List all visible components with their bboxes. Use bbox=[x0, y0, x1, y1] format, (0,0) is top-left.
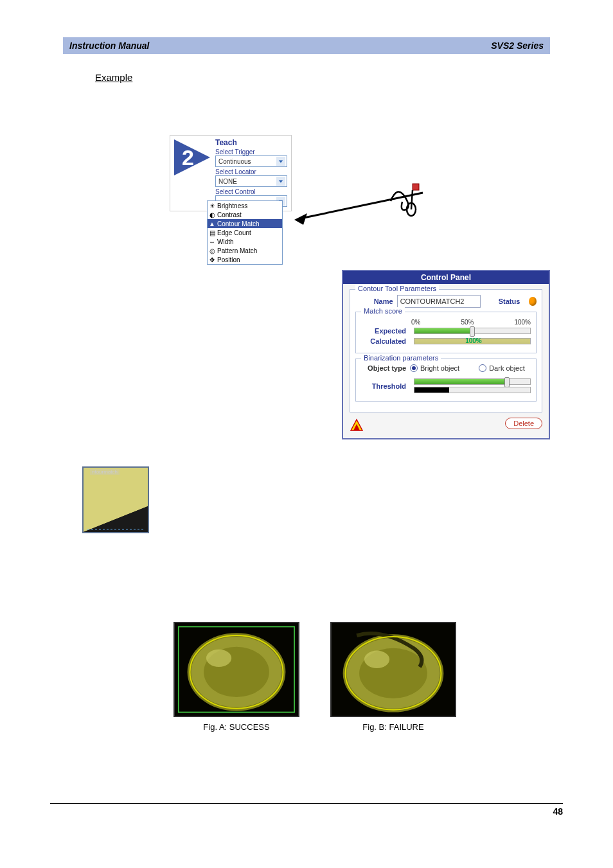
tool-contour-match[interactable]: ▲Contour Match bbox=[208, 219, 282, 228]
teach-title: Teach bbox=[215, 138, 287, 147]
threshold-label: Threshold bbox=[361, 382, 406, 390]
scale-row: 0% 50% 100% bbox=[411, 319, 531, 326]
label-locator: Select Locator bbox=[215, 168, 287, 175]
control-panel-title: Control Panel bbox=[343, 271, 549, 284]
locator-value: NONE bbox=[218, 178, 237, 185]
pattern-icon: ◎ bbox=[209, 247, 215, 254]
calculated-label: Calculated bbox=[361, 337, 406, 345]
locator-select[interactable]: NONE bbox=[215, 175, 287, 187]
tool-dropdown[interactable]: ☀Brightness ◐Contrast ▲Contour Match ▤Ed… bbox=[207, 200, 283, 265]
figure-b: Fig. B: FAILURE bbox=[330, 622, 456, 732]
svg-line-8 bbox=[411, 190, 413, 209]
section-title: Example bbox=[95, 72, 600, 83]
binarization-group: Binarization parameters Object type Brig… bbox=[355, 359, 537, 402]
thumbnail-label: ntourmatch bbox=[90, 469, 120, 475]
label-trigger: Select Trigger bbox=[215, 148, 287, 155]
status-indicator-icon bbox=[529, 297, 537, 306]
name-label: Name bbox=[355, 297, 393, 305]
name-input[interactable] bbox=[397, 295, 481, 308]
expected-slider[interactable] bbox=[414, 328, 531, 334]
chevron-down-icon bbox=[276, 177, 285, 186]
tool-edge-count[interactable]: ▤Edge Count bbox=[208, 228, 282, 237]
sun-icon: ☀ bbox=[209, 202, 215, 209]
calculated-value: 100% bbox=[465, 337, 482, 344]
trigger-value: Continuous bbox=[218, 158, 251, 165]
contrast-icon: ◐ bbox=[209, 211, 215, 218]
figure-row: Fig. A: SUCCESS Fig. B: FAILURE bbox=[173, 622, 456, 732]
figure-a-caption: Fig. A: SUCCESS bbox=[173, 722, 299, 732]
svg-rect-7 bbox=[413, 184, 419, 190]
binarization-legend: Binarization parameters bbox=[361, 354, 441, 362]
slider-handle-icon[interactable] bbox=[504, 377, 510, 387]
svg-point-19 bbox=[206, 650, 231, 667]
tool-width[interactable]: ↔Width bbox=[208, 237, 282, 246]
figure-b-caption: Fig. B: FAILURE bbox=[330, 722, 456, 732]
control-panel: Control Panel Contour Tool Parameters Na… bbox=[342, 270, 550, 439]
knot-sample-icon bbox=[384, 179, 436, 217]
figure-a-image bbox=[173, 622, 299, 717]
svg-marker-3 bbox=[279, 180, 283, 182]
figure-b-image bbox=[330, 622, 456, 717]
tool-pattern-match[interactable]: ◎Pattern Match bbox=[208, 246, 282, 255]
width-icon: ↔ bbox=[209, 238, 215, 245]
contour-tool-icon bbox=[350, 418, 364, 432]
svg-point-26 bbox=[364, 651, 389, 668]
calculated-bar: 100% bbox=[414, 338, 531, 344]
expected-label: Expected bbox=[361, 327, 406, 335]
svg-marker-6 bbox=[294, 213, 307, 225]
tool-position[interactable]: ✥Position bbox=[208, 255, 282, 264]
tool-contrast[interactable]: ◐Contrast bbox=[208, 210, 282, 219]
contour-params-legend: Contour Tool Parameters bbox=[355, 285, 439, 292]
header-bar: Instruction Manual SVS2 Series bbox=[63, 37, 550, 54]
tool-brightness[interactable]: ☀Brightness bbox=[208, 201, 282, 210]
edge-icon: ▤ bbox=[209, 229, 215, 236]
object-type-label: Object type bbox=[361, 364, 406, 372]
status-label: Status bbox=[499, 297, 520, 305]
header-right: SVS2 Series bbox=[491, 40, 544, 51]
threshold-slider[interactable] bbox=[414, 378, 531, 385]
match-score-legend: Match score bbox=[361, 307, 405, 315]
match-score-group: Match score 0% 50% 100% Expected Calcula… bbox=[355, 312, 537, 353]
chevron-down-icon bbox=[276, 157, 285, 166]
sample-thumbnail: ntourmatch bbox=[82, 466, 149, 533]
position-icon: ✥ bbox=[209, 256, 215, 263]
step-2-icon: 2 bbox=[174, 139, 210, 175]
threshold-preview-bar bbox=[414, 387, 531, 393]
delete-button[interactable]: Delete bbox=[505, 418, 542, 429]
slider-handle-icon[interactable] bbox=[470, 326, 475, 337]
trigger-select[interactable]: Continuous bbox=[215, 155, 287, 167]
contour-params-group: Contour Tool Parameters Name Status Matc… bbox=[350, 289, 542, 412]
svg-text:2: 2 bbox=[182, 145, 194, 170]
svg-marker-2 bbox=[279, 160, 283, 163]
radio-bright[interactable] bbox=[410, 364, 418, 372]
radio-dark[interactable] bbox=[479, 364, 486, 372]
label-control: Select Control bbox=[215, 188, 287, 195]
header-left: Instruction Manual bbox=[69, 40, 149, 51]
contour-icon: ▲ bbox=[209, 220, 215, 227]
page-footer: 48 bbox=[50, 803, 563, 817]
page-number: 48 bbox=[553, 806, 563, 817]
figure-a: Fig. A: SUCCESS bbox=[173, 622, 299, 732]
